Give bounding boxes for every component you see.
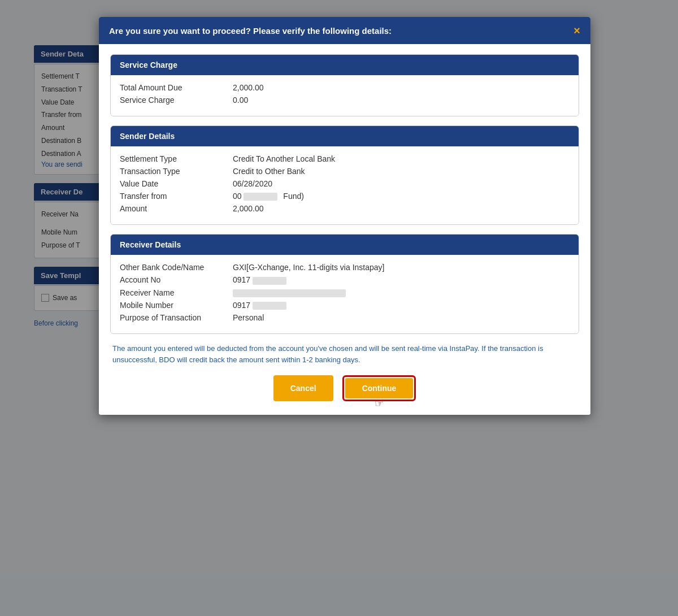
- amount-label: Amount: [120, 204, 233, 213]
- receiver-details-body: Other Bank Code/Name GXI[G-Xchange, Inc.…: [111, 255, 579, 333]
- total-amount-row: Total Amount Due 2,000.00: [120, 83, 570, 92]
- value-date-label: Value Date: [120, 179, 233, 188]
- amount-row: Amount 2,000.00: [120, 204, 570, 213]
- sender-details-body: Settlement Type Credit To Another Local …: [111, 146, 579, 224]
- service-charge-label: Service Charge: [120, 96, 233, 105]
- transaction-type-value: Credit to Other Bank: [233, 167, 570, 176]
- purpose-row: Purpose of Transaction Personal: [120, 313, 570, 322]
- purpose-value: Personal: [233, 313, 570, 322]
- cancel-button[interactable]: Cancel: [273, 375, 333, 401]
- continue-button[interactable]: Continue: [345, 378, 414, 398]
- dialog-header: Are you sure you want to proceed? Please…: [99, 17, 590, 44]
- continue-button-wrapper: Continue ☞: [342, 375, 416, 401]
- notice-text: The amount you entered will be deducted …: [110, 343, 579, 365]
- service-charge-header: Service Charge: [111, 55, 579, 75]
- cursor-icon: ☞: [375, 397, 384, 410]
- transfer-from-row: Transfer from 00 Fund): [120, 192, 570, 201]
- transfer-from-value: 00 Fund): [233, 192, 570, 201]
- dialog-body: Service Charge Total Amount Due 2,000.00…: [99, 44, 590, 415]
- bank-code-row: Other Bank Code/Name GXI[G-Xchange, Inc.…: [120, 263, 570, 272]
- close-button[interactable]: ×: [573, 25, 580, 36]
- service-charge-card: Service Charge Total Amount Due 2,000.00…: [110, 54, 579, 116]
- transaction-type-row: Transaction Type Credit to Other Bank: [120, 167, 570, 176]
- bank-code-value: GXI[G-Xchange, Inc. 11-digits via Instap…: [233, 263, 570, 272]
- mobile-number-row: Mobile Number 0917: [120, 301, 570, 310]
- settlement-type-row: Settlement Type Credit To Another Local …: [120, 154, 570, 163]
- sender-details-card: Sender Details Settlement Type Credit To…: [110, 125, 579, 225]
- account-no-label: Account No: [120, 275, 233, 284]
- service-charge-row: Service Charge 0.00: [120, 96, 570, 105]
- value-date-value: 06/28/2020: [233, 179, 570, 188]
- confirm-dialog: Are you sure you want to proceed? Please…: [99, 17, 590, 415]
- account-no-redacted: [253, 277, 286, 285]
- receiver-name-row: Receiver Name: [120, 288, 570, 297]
- mobile-number-redacted: [253, 302, 286, 310]
- receiver-name-redacted: [233, 289, 346, 297]
- account-no-value: 0917: [233, 275, 570, 284]
- service-charge-value: 0.00: [233, 96, 570, 105]
- bank-code-label: Other Bank Code/Name: [120, 263, 233, 272]
- receiver-name-label: Receiver Name: [120, 288, 233, 297]
- transfer-from-label: Transfer from: [120, 192, 233, 201]
- mobile-number-label: Mobile Number: [120, 301, 233, 310]
- transaction-type-label: Transaction Type: [120, 167, 233, 176]
- receiver-details-card: Receiver Details Other Bank Code/Name GX…: [110, 234, 579, 334]
- receiver-name-value: [233, 288, 570, 297]
- value-date-row: Value Date 06/28/2020: [120, 179, 570, 188]
- settlement-type-value: Credit To Another Local Bank: [233, 154, 570, 163]
- total-amount-label: Total Amount Due: [120, 83, 233, 92]
- mobile-number-value: 0917: [233, 301, 570, 310]
- dialog-title: Are you sure you want to proceed? Please…: [109, 26, 392, 36]
- service-charge-body: Total Amount Due 2,000.00 Service Charge…: [111, 75, 579, 116]
- settlement-type-label: Settlement Type: [120, 154, 233, 163]
- button-row: Cancel Continue ☞: [110, 375, 579, 405]
- sender-details-header: Sender Details: [111, 126, 579, 146]
- transfer-from-redacted: [244, 193, 277, 201]
- purpose-label: Purpose of Transaction: [120, 313, 233, 322]
- account-no-row: Account No 0917: [120, 275, 570, 284]
- amount-value: 2,000.00: [233, 204, 570, 213]
- total-amount-value: 2,000.00: [233, 83, 570, 92]
- receiver-details-header: Receiver Details: [111, 235, 579, 255]
